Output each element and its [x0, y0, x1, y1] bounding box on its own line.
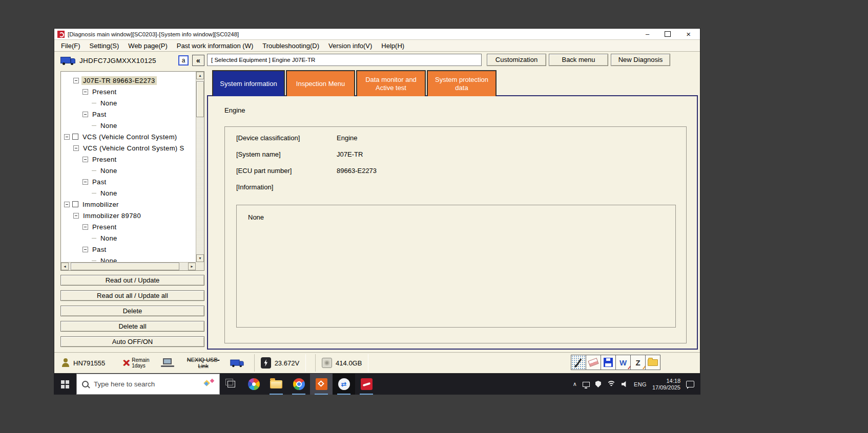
read-out-all-update-all-button[interactable]: Read out all / Update all: [60, 290, 204, 301]
horizontal-scrollbar[interactable]: ◄ ►: [61, 262, 196, 270]
taskbar-app-pinwheel[interactable]: [242, 374, 265, 395]
minimize-button[interactable]: –: [646, 31, 649, 37]
tab-data-monitor-and-active-test[interactable]: Data monitor and Active test: [356, 70, 426, 96]
tree-checkbox[interactable]: [72, 134, 78, 140]
collapse-panel-button[interactable]: «: [192, 55, 204, 66]
tree-expand-icon[interactable]: [73, 145, 79, 151]
vertical-scrollbar[interactable]: ▲ ▼: [196, 72, 204, 262]
tree-expand-icon[interactable]: [82, 179, 88, 185]
tree-row[interactable]: Immobilizer: [61, 199, 196, 210]
taskbar-app-file-explorer[interactable]: [265, 374, 287, 395]
vertical-scroll-thumb[interactable]: [196, 81, 204, 117]
start-button[interactable]: [54, 374, 76, 395]
customization-button[interactable]: Customization: [487, 54, 546, 66]
chrome-icon: [293, 378, 305, 390]
hino-app-icon: [361, 378, 373, 390]
back-menu-button[interactable]: Back menu: [549, 54, 608, 66]
taskbar-app-chrome[interactable]: [287, 374, 310, 395]
memo-edit-button[interactable]: Z: [630, 355, 646, 370]
handwriting-input-button[interactable]: [571, 355, 586, 370]
tree-row[interactable]: Past: [61, 176, 196, 187]
delete-button[interactable]: Delete: [60, 306, 204, 316]
tray-network-icon[interactable]: [607, 381, 616, 387]
tree-row[interactable]: Present: [61, 86, 196, 97]
open-folder-button[interactable]: [645, 355, 660, 370]
tray-chevron-icon[interactable]: ∧: [573, 381, 577, 387]
tree-row[interactable]: Immobilizer 89780: [61, 210, 196, 221]
word-report-button[interactable]: W: [615, 355, 631, 370]
client-area: JHDFC7JGMXXX10125 a « J07E-TR 89663-E227…: [54, 52, 700, 352]
tree-row[interactable]: VCS (Vehicle Control System) S: [61, 142, 196, 154]
taskbar-app-diagnosis[interactable]: [310, 374, 333, 395]
license-remain-text: Remain 1days: [132, 357, 149, 369]
tree-expand-icon[interactable]: [82, 157, 88, 162]
tree-item-label: Past: [91, 110, 108, 119]
menu-item-file[interactable]: File(F): [56, 42, 85, 50]
tree-row[interactable]: J07E-TR 89663-E2273: [61, 75, 196, 86]
tab-system-information[interactable]: System information: [212, 70, 285, 96]
tray-monitor-icon[interactable]: [583, 382, 590, 387]
scroll-right-button[interactable]: ►: [188, 263, 196, 270]
tree-expand-icon[interactable]: [82, 89, 88, 95]
menu-item-web-page[interactable]: Web page(P): [123, 42, 172, 50]
tree-view[interactable]: J07E-TR 89663-E2273PresentNonePastNoneVC…: [61, 72, 196, 262]
tree-checkbox[interactable]: [72, 201, 78, 207]
file-explorer-icon: [270, 380, 282, 388]
tree-item-label: None: [99, 166, 119, 175]
search-input[interactable]: [93, 380, 199, 388]
taskbar-app-hino[interactable]: [355, 374, 378, 395]
tree-expand-icon[interactable]: [64, 134, 70, 140]
titlebar[interactable]: [Diagnosis main window][SC0203]-[System …: [54, 29, 700, 40]
system-tree: J07E-TR 89663-E2273PresentNonePastNoneVC…: [60, 71, 204, 271]
menu-item-version-info[interactable]: Version info(V): [324, 42, 377, 50]
tree-expand-icon[interactable]: [82, 247, 88, 252]
tree-row[interactable]: None: [61, 120, 196, 131]
tree-expand-icon[interactable]: [82, 224, 88, 230]
tree-expand-icon[interactable]: [73, 78, 79, 83]
tray-language[interactable]: ENG: [634, 381, 647, 387]
delete-all-button[interactable]: Delete all: [60, 321, 204, 332]
scroll-up-button[interactable]: ▲: [196, 72, 204, 79]
eraser-icon: [588, 358, 598, 366]
auto-off-on-button[interactable]: Auto OFF/ON: [60, 336, 204, 347]
eraser-button[interactable]: [586, 355, 601, 370]
tree-expand-icon[interactable]: [82, 112, 88, 117]
tray-volume-icon[interactable]: [622, 381, 628, 387]
action-center-icon[interactable]: [686, 381, 694, 387]
horizontal-scroll-thumb[interactable]: [71, 263, 179, 270]
scroll-left-button[interactable]: ◄: [61, 263, 69, 270]
tree-expand-icon[interactable]: [64, 202, 70, 207]
tab-inspection-menu[interactable]: Inspection Menu: [286, 70, 355, 96]
tree-row[interactable]: VCS (Vehicle Control System): [61, 131, 196, 142]
task-view-button[interactable]: [220, 374, 242, 395]
taskbar-search[interactable]: [76, 374, 220, 395]
tree-expand-icon[interactable]: [73, 213, 79, 219]
tree-row[interactable]: None: [61, 232, 196, 244]
menu-item-troubleshooting[interactable]: Troubleshooting(D): [258, 42, 324, 50]
tray-clock[interactable]: 14:18 17/09/2025: [652, 378, 680, 391]
tray-security-icon[interactable]: [595, 381, 601, 387]
field-label: [Information]: [236, 183, 337, 191]
menu-item-help[interactable]: Help(H): [377, 42, 409, 50]
right-panel: [ Selected Equipment ] Engine J07E-TR Cu…: [207, 53, 698, 350]
tree-row[interactable]: Present: [61, 154, 196, 165]
tree-row[interactable]: Past: [61, 109, 196, 120]
tree-row[interactable]: None: [61, 255, 196, 262]
tree-row[interactable]: Past: [61, 244, 196, 255]
new-diagnosis-button[interactable]: New Diagnosis: [611, 54, 670, 66]
tab-system-protection-data[interactable]: System protection data: [427, 70, 497, 96]
tree-row[interactable]: Present: [61, 221, 196, 232]
taskbar-app-teamviewer[interactable]: ⇄: [333, 374, 355, 395]
font-toggle-button[interactable]: a: [178, 55, 189, 66]
scroll-down-button[interactable]: ▼: [196, 254, 204, 262]
tree-row[interactable]: None: [61, 187, 196, 199]
menu-item-setting[interactable]: Setting(S): [85, 42, 124, 50]
maximize-button[interactable]: [665, 31, 671, 37]
menu-item-past-work-information[interactable]: Past work information (W): [172, 42, 258, 50]
save-button[interactable]: [601, 355, 616, 370]
read-out-update-button[interactable]: Read out / Update: [60, 275, 204, 286]
tree-row[interactable]: None: [61, 97, 196, 109]
tree-row[interactable]: None: [61, 165, 196, 176]
close-button[interactable]: ×: [686, 30, 691, 38]
tree-item-label: VCS (Vehicle Control System): [81, 133, 179, 141]
